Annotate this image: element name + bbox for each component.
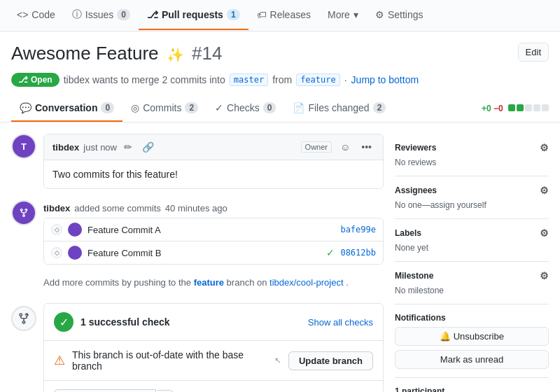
commit-list: ◇ Feature Commit A bafe99e ◇ Feature Com… bbox=[43, 218, 384, 265]
checks-area: ✓ 1 successful check Show all checks ⚠ T… bbox=[11, 303, 384, 392]
sidebar-reviewers: Reviewers ⚙ No reviews bbox=[395, 134, 549, 176]
comment-icon: 💬 bbox=[20, 102, 31, 113]
git-merge-icon: ⎇ bbox=[18, 75, 28, 85]
sidebar-assignees: Assignees ⚙ No one—assign yourself bbox=[395, 176, 549, 219]
push-message: Add more commits by pushing to the featu… bbox=[11, 270, 384, 298]
nav-pr-label: Pull requests bbox=[162, 9, 223, 20]
commenter-avatar: T bbox=[11, 134, 36, 159]
head-branch-tag: feature bbox=[296, 74, 340, 86]
participants-title-row: 1 participant bbox=[395, 386, 549, 392]
nav-code-label: Code bbox=[31, 9, 55, 20]
jump-to-bottom-link[interactable]: Jump to bottom bbox=[351, 74, 419, 85]
main-layout: T tibdex just now ✏ 🔗 Owner ☺ ••• bbox=[0, 122, 560, 392]
push-branch-link[interactable]: feature bbox=[194, 277, 224, 288]
diff-rem: −0 bbox=[493, 104, 503, 113]
edit-comment-icon[interactable]: ✏ bbox=[121, 140, 135, 154]
tag-icon: 🏷 bbox=[257, 9, 267, 20]
tab-conversation-label: Conversation bbox=[35, 102, 97, 113]
top-nav: <> Code ⓘ Issues 0 ⎇ Pull requests 1 🏷 R… bbox=[0, 0, 560, 31]
nav-settings-label: Settings bbox=[388, 9, 424, 20]
show-all-checks-link[interactable]: Show all checks bbox=[308, 317, 373, 328]
notifications-label: Notifications bbox=[395, 313, 446, 323]
unsubscribe-button[interactable]: 🔔 Unsubscribe bbox=[395, 327, 549, 346]
nav-code[interactable]: <> Code bbox=[8, 1, 64, 30]
comment-author[interactable]: tibdex bbox=[52, 142, 79, 153]
labels-title-row: Labels ⚙ bbox=[395, 227, 549, 239]
commits-event-icon bbox=[11, 200, 36, 225]
merge-section: Merge pull request ▾ bbox=[44, 380, 383, 392]
commit-node-icon: ◇ bbox=[51, 224, 62, 235]
checks-badge: 0 bbox=[263, 102, 276, 113]
warning-row: ⚠ This branch is out-of-date with the ba… bbox=[44, 340, 383, 380]
status-text: Open bbox=[31, 75, 52, 85]
nav-issues[interactable]: ⓘ Issues 0 bbox=[64, 0, 139, 31]
comment-body: Two commits for this feature! bbox=[44, 160, 383, 188]
tab-checks[interactable]: ✓ Checks 0 bbox=[206, 95, 284, 122]
commit-sha-a[interactable]: bafe99e bbox=[340, 225, 376, 234]
issues-badge: 0 bbox=[117, 9, 130, 20]
diff-block-2 bbox=[517, 104, 524, 111]
mark-as-unread-button[interactable]: Mark as unread bbox=[395, 350, 549, 369]
pr-badge: 1 bbox=[227, 9, 240, 20]
committer-name[interactable]: tibdex bbox=[43, 203, 70, 214]
emoji-react-button[interactable]: ☺ bbox=[337, 140, 353, 154]
sidebar-notifications: Notifications 🔔 Unsubscribe Mark as unre… bbox=[395, 304, 549, 378]
assignees-title-row: Assignees ⚙ bbox=[395, 185, 549, 196]
commits-badge: 2 bbox=[185, 102, 198, 113]
edit-button[interactable]: Edit bbox=[518, 43, 549, 62]
push-repo-link[interactable]: tibdex/cool-project bbox=[270, 277, 344, 288]
labels-gear-icon[interactable]: ⚙ bbox=[540, 227, 549, 239]
tab-files-changed[interactable]: 📄 Files changed 2 bbox=[284, 95, 394, 122]
participants-label: 1 participant bbox=[395, 386, 444, 392]
diff-block-5 bbox=[542, 104, 549, 111]
nav-more-label: More bbox=[328, 9, 350, 20]
nav-pull-requests[interactable]: ⎇ Pull requests 1 bbox=[139, 1, 248, 30]
warning-text: This branch is out-of-date with the base… bbox=[72, 349, 267, 372]
commit-node-icon-b: ◇ bbox=[51, 247, 62, 258]
push-prefix: Add more commits by pushing to the bbox=[43, 277, 191, 288]
tab-commits[interactable]: ◎ Commits 2 bbox=[122, 95, 206, 122]
comment-block: T tibdex just now ✏ 🔗 Owner ☺ ••• bbox=[11, 134, 384, 189]
tab-checks-label: Checks bbox=[227, 102, 260, 113]
nav-releases[interactable]: 🏷 Releases bbox=[248, 1, 319, 30]
link-comment-icon[interactable]: 🔗 bbox=[139, 140, 157, 154]
nav-releases-label: Releases bbox=[270, 9, 311, 20]
check-title: 1 successful check bbox=[80, 316, 170, 328]
commit-check-icon: ✓ bbox=[326, 247, 335, 258]
commit-author-avatar bbox=[68, 223, 82, 237]
code-icon: <> bbox=[17, 9, 28, 20]
files-icon: 📄 bbox=[293, 102, 304, 113]
tab-conversation[interactable]: 💬 Conversation 0 bbox=[11, 95, 122, 122]
reviewers-title-row: Reviewers ⚙ bbox=[395, 142, 549, 153]
tabs-left: 💬 Conversation 0 ◎ Commits 2 ✓ Checks 0 … bbox=[11, 95, 394, 122]
diff-block-4 bbox=[533, 104, 540, 111]
pr-subtitle: ⎇ Open tibdex wants to merge 2 commits i… bbox=[0, 73, 560, 95]
commit-row: ◇ Feature Commit A bafe99e bbox=[44, 218, 383, 241]
comment-header-left: tibdex just now ✏ 🔗 bbox=[52, 140, 157, 154]
milestone-gear-icon[interactable]: ⚙ bbox=[540, 270, 549, 281]
comment-content: tibdex just now ✏ 🔗 Owner ☺ ••• Two comm… bbox=[43, 134, 384, 189]
assignees-gear-icon[interactable]: ⚙ bbox=[540, 185, 549, 196]
commit-row: ◇ Feature Commit B ✓ 08612bb bbox=[44, 241, 383, 264]
commits-event: tibdex added some commits 40 minutes ago… bbox=[11, 197, 384, 265]
commit-sha-b[interactable]: 08612bb bbox=[340, 248, 376, 258]
update-branch-button[interactable]: Update branch bbox=[288, 351, 373, 370]
assignees-label: Assignees bbox=[395, 186, 437, 195]
reviewers-gear-icon[interactable]: ⚙ bbox=[540, 142, 549, 153]
git-icon-circle bbox=[11, 306, 36, 331]
merge-dropdown-button[interactable]: ▾ bbox=[158, 390, 174, 393]
check-header: ✓ 1 successful check Show all checks bbox=[44, 304, 383, 340]
nav-settings[interactable]: ⚙ Settings bbox=[367, 1, 432, 30]
sidebar-labels: Labels ⚙ None yet bbox=[395, 219, 549, 262]
tab-files-label: Files changed bbox=[308, 102, 369, 113]
assignees-value: No one—assign yourself bbox=[395, 200, 549, 210]
merge-pull-request-button[interactable]: Merge pull request bbox=[54, 389, 156, 392]
pr-description: tibdex wants to merge 2 commits into bbox=[64, 74, 225, 85]
push-suffix: . bbox=[346, 277, 349, 288]
nav-more[interactable]: More ▾ bbox=[319, 1, 367, 30]
reviewers-value: No reviews bbox=[395, 158, 549, 167]
owner-badge: Owner bbox=[301, 141, 332, 153]
comment-more-button[interactable]: ••• bbox=[358, 140, 374, 154]
diff-stat: +0 −0 bbox=[482, 97, 549, 120]
labels-value: None yet bbox=[395, 243, 549, 253]
